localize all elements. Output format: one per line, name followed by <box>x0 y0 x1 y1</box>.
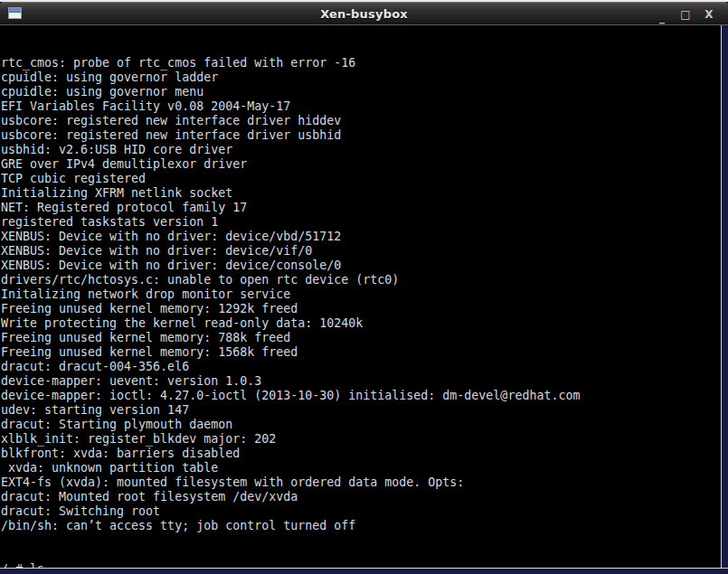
window-controls: _ □ X <box>656 3 715 26</box>
maximize-button[interactable]: □ <box>679 8 692 21</box>
close-button[interactable]: X <box>703 8 715 21</box>
window-right-border <box>721 25 728 569</box>
terminal-screen[interactable]: rtc_cmos: probe of rtc_cmos failed with … <box>0 26 721 569</box>
window-icon <box>8 7 22 19</box>
window-bottom-border <box>0 568 728 574</box>
titlebar[interactable]: Xen-busybox _ □ X <box>0 2 728 25</box>
minimize-button[interactable]: _ <box>656 11 668 24</box>
window-title: Xen-busybox <box>0 7 728 21</box>
boot-log: rtc_cmos: probe of rtc_cmos failed with … <box>1 56 721 533</box>
